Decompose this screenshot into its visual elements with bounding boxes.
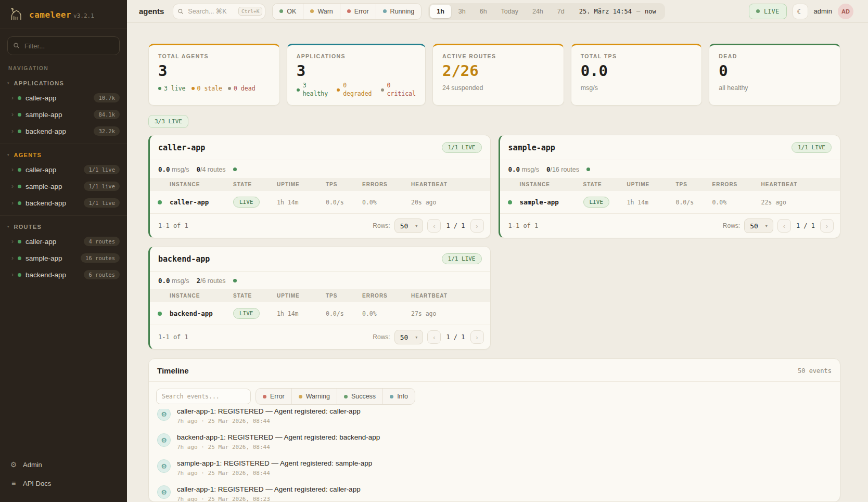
avatar[interactable]: AD [838,4,853,19]
pagination-range: 1-1 of 1 [158,333,188,341]
time-range-today[interactable]: Today [494,5,525,18]
prev-page-button[interactable]: ‹ [427,330,441,344]
filter-label: Info [397,393,408,400]
stat-label: DEAD [719,53,831,59]
timeline-event[interactable]: ⚙ caller-app-1: REGISTERED — Agent regis… [157,481,832,501]
timeline-event-list[interactable]: ⚙ caller-app-1: REGISTERED — Agent regis… [149,409,840,501]
next-page-button[interactable]: › [470,219,484,233]
state-badge: LIVE [583,197,610,208]
nav-group-header-agents[interactable]: ▾ AGENTS [0,148,127,161]
table-row[interactable]: sample-app LIVE 1h 14m 0.0/s 0.0% 22s ag… [500,191,840,214]
app-tps-value: 0.0 [158,277,170,285]
app-live-badge: 1/1 LIVE [442,142,482,153]
sidebar-item-agents-sample-app[interactable]: › sample-app 1/1 live [0,178,127,195]
col-instance: INSTANCE [170,182,233,187]
timeline-filter-success[interactable]: Success [337,389,382,404]
sidebar-item-agents-caller-app[interactable]: › caller-app 1/1 live [0,161,127,178]
filter-warn-button[interactable]: Warn [303,4,339,19]
timeline-filter-warning[interactable]: Warning [291,389,337,404]
filter-label: Running [390,8,415,15]
sidebar-item-routes-sample-app[interactable]: › sample-app 16 routes [0,250,127,266]
sidebar-item-agents-backend-app[interactable]: › backend-app 1/1 live [0,195,127,211]
sidebar-item-applications-caller-app[interactable]: › caller-app 10.7k [0,89,127,106]
sidebar-link-api-docs[interactable]: ≡ API Docs [8,475,119,492]
col-uptime: UPTIME [277,182,326,187]
topbar-right: LIVE ☾ admin AD [749,4,853,19]
nav-item-badge: 10.7k [94,93,120,102]
filter-running-button[interactable]: Running [376,4,422,19]
col-state: STATE [233,293,277,299]
main-area: agents Ctrl+K OK Warn Error Running 1h 3… [127,0,868,502]
sidebar-item-routes-backend-app[interactable]: › backend-app 6 routes [0,266,127,283]
rows-per-page-select[interactable]: 50▾ [394,218,424,233]
theme-toggle-button[interactable]: ☾ [793,4,808,19]
nav-group-header-routes[interactable]: ▾ ROUTES [0,220,127,233]
search-shortcut-badge: Ctrl+K [238,7,262,16]
time-range-7d[interactable]: 7d [551,5,571,18]
timeline-filter-error[interactable]: Error [256,389,291,404]
status-dot [18,185,21,188]
global-search: Ctrl+K [173,4,265,19]
next-page-button[interactable]: › [470,330,484,344]
sidebar-item-applications-backend-app[interactable]: › backend-app 32.2k [0,123,127,139]
sidebar-item-applications-sample-app[interactable]: › sample-app 84.1k [0,106,127,123]
sidebar-item-routes-caller-app[interactable]: › caller-app 4 routes [0,233,127,250]
list-icon: ≡ [9,479,18,487]
rows-per-page-select[interactable]: 50▾ [394,330,424,344]
time-range-1h[interactable]: 1h [430,5,451,18]
warning-dot-icon [299,395,302,398]
chevron-right-icon: › [11,128,14,134]
error-dot-icon [347,9,351,13]
table-row[interactable]: backend-app LIVE 1h 14m 0.0/s 0.0% 27s a… [150,302,490,325]
nav-item-label: caller-app [25,166,56,174]
filter-error-button[interactable]: Error [340,4,376,19]
app-routes-active: 0 [196,165,200,173]
time-range-3h[interactable]: 3h [452,5,473,18]
warn-dot-icon [310,9,314,13]
col-tps: TPS [326,293,362,299]
chevron-right-icon: › [11,272,14,278]
cell-uptime: 1h 14m [627,199,676,206]
table-row[interactable]: caller-app LIVE 1h 14m 0.0/s 0.0% 20s ag… [150,191,490,214]
app-routes-total: /4 routes [200,166,226,173]
error-dot-icon [263,395,266,398]
sidebar-filter-input[interactable] [7,36,120,55]
app-card-caller-app: caller-app 1/1 LIVE 0.0 msg/s 0/4 routes… [148,135,491,238]
col-tps: TPS [676,182,712,187]
state-badge: LIVE [233,308,260,319]
sidebar-link-admin[interactable]: ⚙ Admin [8,456,119,473]
time-range-6h[interactable]: 6h [473,5,494,18]
chevron-right-icon: › [11,200,14,206]
event-title: sample-app-1: REGISTERED — Agent registe… [177,459,372,467]
prev-page-button[interactable]: ‹ [777,219,791,233]
chevron-down-icon: ▾ [415,335,417,340]
filter-ok-button[interactable]: OK [273,4,303,19]
col-errors: ERRORS [712,182,761,187]
nav-group-header-applications[interactable]: ▾ APPLICATIONS [0,76,127,89]
app-routes-total: /6 routes [200,277,226,285]
next-page-button[interactable]: › [820,219,834,233]
sidebar: cameleerv3.2.1 NAVIGATION ▾ APPLICATIONS… [0,0,127,502]
timeline-filter-info[interactable]: Info [382,389,415,404]
nav-item-label: backend-app [25,127,66,135]
timeline-search-input[interactable] [156,389,251,404]
page-indicator: 1 / 1 [445,222,466,229]
prev-page-button[interactable]: ‹ [427,219,441,233]
status-dot [18,256,21,260]
col-instance: INSTANCE [520,182,583,187]
critical-label: critical [387,90,416,98]
app-tps-value: 0.0 [158,165,170,173]
time-range-24h[interactable]: 24h [526,5,550,18]
timeline-event[interactable]: ⚙ sample-app-1: REGISTERED — Agent regis… [157,455,832,481]
time-range-display: 25. März 14:54 — now [572,8,663,15]
pagination-range: 1-1 of 1 [508,222,539,229]
timeline-event[interactable]: ⚙ caller-app-1: REGISTERED — Agent regis… [157,409,832,429]
rows-per-page-select[interactable]: 50▾ [744,218,773,233]
gear-icon: ⚙ [9,460,18,469]
app-card-metrics: 0.0 msg/s 0/16 routes [500,160,840,178]
timeline-event[interactable]: ⚙ backend-app-1: REGISTERED — Agent regi… [157,429,832,455]
nav-group-label: APPLICATIONS [14,80,65,86]
status-dot [18,201,21,205]
admin-link-label: Admin [23,461,42,469]
event-timestamp: 7h ago · 25 Mar 2026, 08:44 [177,444,380,450]
